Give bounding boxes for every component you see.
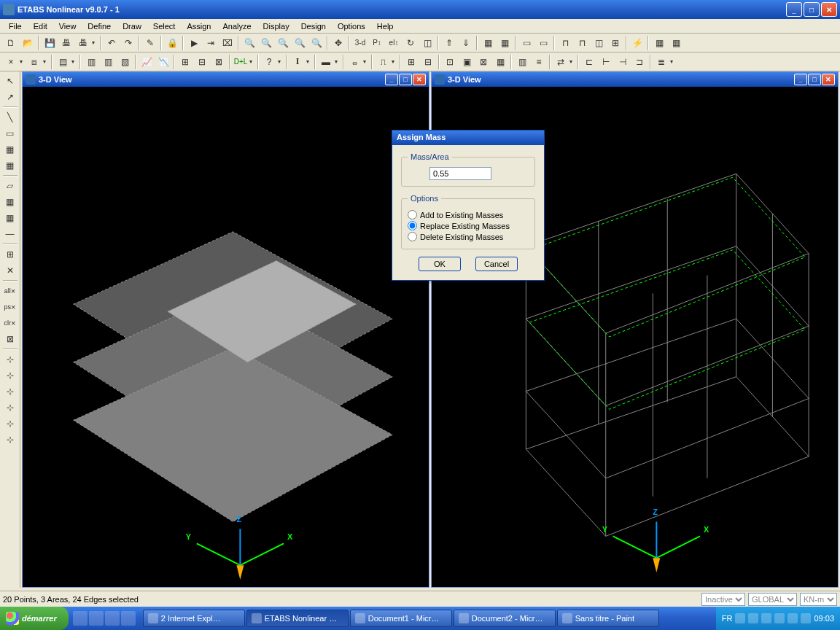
tool-c-icon[interactable]: ▧ [117,54,133,70]
zoom-out-icon[interactable]: 🔍 [258,35,274,51]
snap-e-icon[interactable]: ⊹ [2,416,18,432]
last-icon[interactable]: ≣ [653,54,669,70]
mode-a-icon[interactable]: ⊞ [177,54,193,70]
obj-c-icon[interactable]: ◫ [591,35,607,51]
view-close-button[interactable]: ✕ [413,74,426,85]
tool-b-icon[interactable]: ▥ [100,54,116,70]
select-icon[interactable]: ↖ [2,73,18,89]
minus-icon[interactable]: — [2,226,18,242]
view-3d-icon[interactable]: 3-d [352,35,368,51]
mode-b-icon[interactable]: ⊟ [194,54,210,70]
bars-a-icon[interactable]: ▥ [514,54,530,70]
tray-icon[interactable] [788,613,798,623]
dim-d-icon[interactable]: ⊐ [631,54,648,70]
arrow-up-icon[interactable]: ⇑ [441,35,457,51]
obj-a-icon[interactable]: ⊓ [557,35,573,51]
rubber-icon[interactable]: ⌧ [219,35,236,51]
arrow-down-icon[interactable]: ⇓ [458,35,474,51]
ql-icon[interactable] [73,611,88,626]
shade2-icon[interactable]: ▦ [2,210,18,226]
area-icon[interactable]: ▤ [55,54,71,70]
tray-icon[interactable] [801,613,811,623]
undo-icon[interactable]: ↶ [104,35,120,51]
rotate-icon[interactable]: ↻ [402,35,419,51]
cross-icon[interactable]: ✕ [2,262,18,279]
tray-icon[interactable] [761,613,771,623]
int-icon[interactable]: ⊠ [2,331,18,347]
cancel-button[interactable]: Cancel [475,257,518,271]
ps-label-icon[interactable]: ps× [2,299,18,315]
shade1-icon[interactable]: ▦ [2,194,18,210]
frame-icon[interactable]: ⧈ [26,54,42,70]
box-b-icon[interactable]: ▭ [535,35,551,51]
zoom-sel-icon[interactable]: 🔍 [308,35,324,51]
redo-icon[interactable]: ↷ [120,35,136,51]
snap-d-icon[interactable]: ⊹ [2,400,18,416]
tool-a-icon[interactable]: ▥ [83,54,99,70]
minimize-button[interactable]: _ [786,2,802,17]
refresh-icon[interactable]: ✎ [142,35,158,51]
tool2-e-icon[interactable]: ⊠ [475,54,491,70]
fill-icon[interactable]: ▬ [318,54,334,70]
box-a-icon[interactable]: ▭ [518,35,534,51]
all-label-icon[interactable]: all× [2,283,18,299]
snap-a-icon[interactable]: ⊹ [2,351,18,368]
menu-view[interactable]: View [53,20,82,32]
tray-icon[interactable] [735,613,745,623]
mass-area-input[interactable] [429,167,491,180]
dim-c-icon[interactable]: ⊣ [615,54,631,70]
view-max-button[interactable]: □ [808,74,821,85]
zoom-in-icon[interactable]: 🔍 [241,35,257,51]
link-icon[interactable]: ⇄ [553,54,569,70]
bars-b-icon[interactable]: ≡ [531,54,547,70]
clr-label-icon[interactable]: clr× [2,315,18,331]
new-icon[interactable]: 🗋 [3,35,19,51]
zoom-full-icon[interactable]: 🔍 [275,35,291,51]
menu-display[interactable]: Display [257,20,295,32]
tray-icon[interactable] [748,613,758,623]
flash-icon[interactable]: ⚡ [629,35,645,51]
close-button[interactable]: ✕ [821,2,837,17]
reshape-icon[interactable]: ↗ [2,89,18,105]
menu-design[interactable]: Design [295,20,332,32]
open-icon[interactable]: 📂 [20,35,36,51]
menu-define[interactable]: Define [82,20,117,32]
line-tool-icon[interactable]: ╲ [2,109,18,125]
start-button[interactable]: démarrer [0,607,69,630]
tool2-d-icon[interactable]: ▣ [459,54,475,70]
menu-analyze[interactable]: Analyze [217,20,257,32]
tool2-b-icon[interactable]: ⊟ [420,54,436,70]
lang-indicator[interactable]: FR [722,614,733,623]
menu-help[interactable]: Help [371,20,400,32]
view-left-canvas[interactable]: X Y Z [23,87,429,587]
menu-file[interactable]: File [3,20,28,32]
goto-icon[interactable]: ⇥ [203,35,219,51]
menu-assign[interactable]: Assign [181,20,217,32]
tool2-c-icon[interactable]: ⊡ [442,54,458,70]
task-item[interactable]: Sans titre - Paint [557,610,659,627]
status-dropdown-coord[interactable]: GLOBAL [748,593,797,606]
menu-select[interactable]: Select [147,20,182,32]
ql-icon[interactable] [105,611,120,626]
menu-options[interactable]: Options [332,20,371,32]
radio-delete[interactable]: Delete Existing Masses [408,232,529,241]
menu-edit[interactable]: Edit [28,20,53,32]
task-item[interactable]: Document1 - Micr… [350,610,452,627]
task-item[interactable]: ETABS Nonlinear … [246,610,349,627]
dim-a-icon[interactable]: ⊏ [581,54,597,70]
ok-button[interactable]: OK [419,257,461,271]
radio-replace[interactable]: Replace Existing Masses [408,221,529,230]
snap-c-icon[interactable]: ⊹ [2,384,18,400]
misc-b-icon[interactable]: ▦ [668,35,684,51]
tool2-f-icon[interactable]: ▦ [492,54,508,70]
print-dd-icon[interactable]: 🖶 [75,35,91,51]
lock-icon[interactable]: 🔒 [164,35,180,51]
task-item[interactable]: 2 Internet Expl… [143,610,245,627]
mode-c-icon[interactable]: ⊠ [211,54,227,70]
text-icon[interactable]: I [289,54,306,70]
graph-b-icon[interactable]: 📉 [155,54,171,70]
view-close-button[interactable]: ✕ [822,74,835,85]
help-icon[interactable]: ? [261,54,277,70]
obj-b-icon[interactable]: ⊓ [574,35,590,51]
rect-tool-icon[interactable]: ▭ [2,125,18,141]
